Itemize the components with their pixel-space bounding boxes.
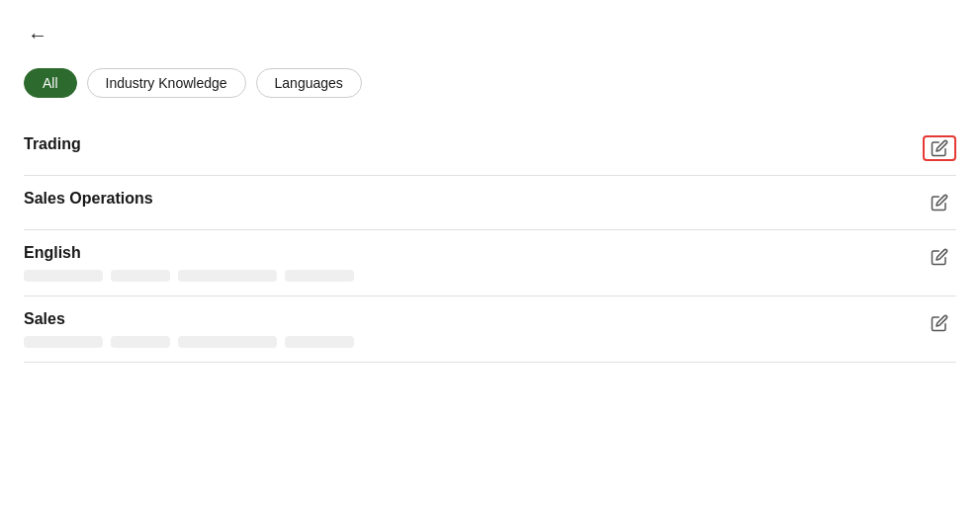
pencil-icon [931,314,948,332]
header: ← [24,20,956,50]
skill-item-sales: Sales [24,296,956,363]
skill-tag [285,270,354,282]
skill-content-sales-operations: Sales Operations [24,190,153,208]
filter-tab-industry-knowledge[interactable]: Industry Knowledge [87,68,246,98]
more-button[interactable] [925,32,933,40]
edit-button-english[interactable] [923,244,956,270]
skill-tag [111,336,170,348]
pencil-icon [931,194,948,211]
skill-tag [24,270,103,282]
filter-tab-languages[interactable]: Languages [256,68,362,98]
skill-name-sales: Sales [24,310,354,328]
filter-tab-all[interactable]: All [24,68,77,98]
edit-button-sales[interactable] [923,310,956,336]
header-right [925,32,956,40]
skill-item-sales-operations: Sales Operations [24,176,956,230]
back-icon: ← [28,24,47,46]
edit-button-trading[interactable] [923,135,956,161]
filter-tabs: AllIndustry KnowledgeLanguages [24,68,956,98]
skill-content-english: English [24,244,354,282]
edit-button-sales-operations[interactable] [923,190,956,215]
skill-item-trading: Trading [24,122,956,176]
skills-page: ← AllIndustry KnowledgeLanguages Trading… [0,0,980,505]
skill-tags-sales [24,336,354,348]
skill-name-english: English [24,244,354,262]
pencil-icon [931,248,948,266]
skill-content-sales: Sales [24,310,354,348]
skill-name-trading: Trading [24,135,81,153]
add-button[interactable] [948,32,956,40]
skill-name-sales-operations: Sales Operations [24,190,153,208]
pencil-icon [931,139,948,157]
skill-tag [285,336,354,348]
back-button[interactable]: ← [24,20,51,50]
skill-tag [24,336,103,348]
skill-tag [178,270,277,282]
skill-tags-english [24,270,354,282]
skill-item-english: English [24,230,956,296]
skill-content-trading: Trading [24,135,81,153]
skills-list: Trading Sales Operations English Sales [24,122,956,363]
header-left: ← [24,20,63,50]
skill-tag [111,270,170,282]
skill-tag [178,336,277,348]
